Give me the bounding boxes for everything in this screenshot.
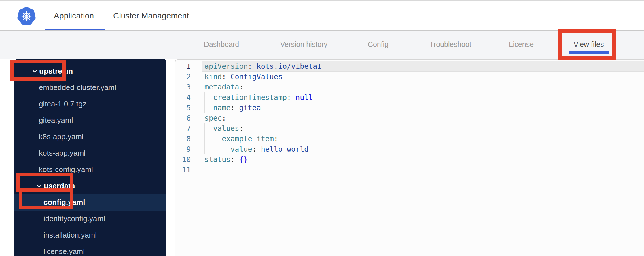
tab-application[interactable]: Application	[54, 1, 94, 30]
subnav-item-dashboard[interactable]: Dashboard	[204, 40, 239, 49]
indent-guide	[222, 144, 222, 154]
tree-item-label: installation.yaml	[43, 231, 97, 240]
tab-application-label: Application	[54, 11, 94, 20]
subnav-item-config[interactable]: Config	[368, 40, 389, 49]
code-editor[interactable]: 1apiVersion: kots.io/v1beta12kind: Confi…	[175, 60, 644, 175]
line-number: 1	[175, 62, 202, 70]
code-line-content: value: hello world	[202, 144, 644, 154]
code-line-content: creationTimestamp: null	[202, 92, 644, 103]
line-number: 11	[175, 166, 202, 174]
tree-item-label: config.yaml	[43, 198, 85, 207]
tab-cluster-management-label: Cluster Management	[113, 11, 189, 20]
code-line-10[interactable]: 10status: {}	[175, 154, 644, 165]
line-number: 7	[175, 125, 202, 133]
file-tree-sidebar: upstreamembedded-cluster.yamlgitea-1.0.7…	[14, 59, 166, 256]
code-line-content	[202, 165, 644, 175]
tree-item-label: gitea-1.0.7.tgz	[39, 100, 86, 108]
tree-item-label: k8s-app.yaml	[39, 132, 84, 141]
tree-item-label: kots-app.yaml	[39, 149, 86, 158]
subnav-item-view-files[interactable]: View files	[573, 40, 604, 49]
tree-item-label: embedded-cluster.yaml	[39, 83, 116, 92]
code-line-5[interactable]: 5 name: gitea	[175, 103, 644, 113]
folder-upstream[interactable]: upstream	[14, 63, 166, 79]
code-line-content: apiVersion: kots.io/v1beta1	[202, 61, 644, 72]
file-identityconfig.yaml[interactable]: identityconfig.yaml	[14, 211, 166, 227]
line-number: 3	[175, 83, 202, 91]
tree-item-label: license.yaml	[43, 247, 85, 256]
file-license.yaml[interactable]: license.yaml	[14, 243, 166, 256]
code-line-content: status: {}	[202, 154, 644, 165]
tree-item-label: upstream	[39, 67, 73, 76]
tree-item-label: gitea.yaml	[39, 116, 73, 125]
indent-guide	[204, 134, 205, 144]
indent-guide	[204, 123, 205, 134]
subnav-item-troubleshoot[interactable]: Troubleshoot	[430, 40, 471, 49]
code-line-content: metadata:	[202, 82, 644, 92]
code-line-4[interactable]: 4 creationTimestamp: null	[175, 92, 644, 103]
file-kots-config.yaml[interactable]: kots-config.yaml	[14, 161, 166, 178]
subnav-item-version-history[interactable]: Version history	[280, 40, 327, 49]
indent-guide	[204, 144, 205, 154]
line-number: 8	[175, 135, 202, 143]
chevron-down-icon	[37, 184, 42, 188]
line-number: 2	[175, 73, 202, 81]
code-line-1[interactable]: 1apiVersion: kots.io/v1beta1	[175, 61, 644, 72]
code-line-content: values:	[202, 123, 644, 134]
file-embedded-cluster.yaml[interactable]: embedded-cluster.yaml	[14, 79, 166, 96]
file-installation.yaml[interactable]: installation.yaml	[14, 227, 166, 243]
indent-guide	[213, 134, 213, 144]
indent-guide	[204, 103, 205, 113]
line-number: 4	[175, 93, 202, 102]
code-line-content: kind: ConfigValues	[202, 72, 644, 82]
folder-userdata[interactable]: userdata	[14, 178, 166, 194]
file-editor-panel[interactable]: 1apiVersion: kots.io/v1beta12kind: Confi…	[175, 59, 644, 256]
app-header: Application Cluster Management	[0, 1, 644, 30]
kubernetes-logo-icon[interactable]	[17, 6, 36, 25]
file-k8s-app.yaml[interactable]: k8s-app.yaml	[14, 129, 166, 145]
line-number: 6	[175, 114, 202, 122]
file-config.yaml[interactable]: config.yaml	[14, 194, 166, 211]
line-number: 10	[175, 156, 202, 164]
indent-guide	[204, 92, 205, 103]
tab-cluster-management[interactable]: Cluster Management	[113, 1, 189, 30]
active-subnav-underline	[569, 51, 609, 54]
file-kots-app.yaml[interactable]: kots-app.yaml	[14, 145, 166, 161]
line-number: 9	[175, 145, 202, 153]
active-tab-underline	[45, 29, 105, 30]
line-number: 5	[175, 104, 202, 112]
code-line-2[interactable]: 2kind: ConfigValues	[175, 72, 644, 82]
indent-guide	[213, 144, 213, 154]
code-line-7[interactable]: 7 values:	[175, 123, 644, 134]
code-line-3[interactable]: 3metadata:	[175, 82, 644, 92]
file-gitea.yaml[interactable]: gitea.yaml	[14, 112, 166, 129]
code-line-8[interactable]: 8 example_item:	[175, 134, 644, 144]
chevron-down-icon	[32, 70, 37, 73]
tree-item-label: identityconfig.yaml	[43, 214, 105, 223]
code-line-content: spec:	[202, 113, 644, 123]
tree-item-label: kots-config.yaml	[39, 165, 93, 174]
code-line-content: name: gitea	[202, 103, 644, 113]
subnav-item-license[interactable]: License	[509, 40, 534, 49]
code-line-content: example_item:	[202, 134, 644, 144]
file-gitea-1.0.7.tgz[interactable]: gitea-1.0.7.tgz	[14, 96, 166, 112]
tree-item-label: userdata	[44, 182, 75, 190]
subnav-bar: Dashboard Version history Config Trouble…	[0, 30, 644, 59]
code-line-6[interactable]: 6spec:	[175, 113, 644, 123]
code-line-9[interactable]: 9 value: hello world	[175, 144, 644, 154]
code-line-11[interactable]: 11	[175, 165, 644, 175]
